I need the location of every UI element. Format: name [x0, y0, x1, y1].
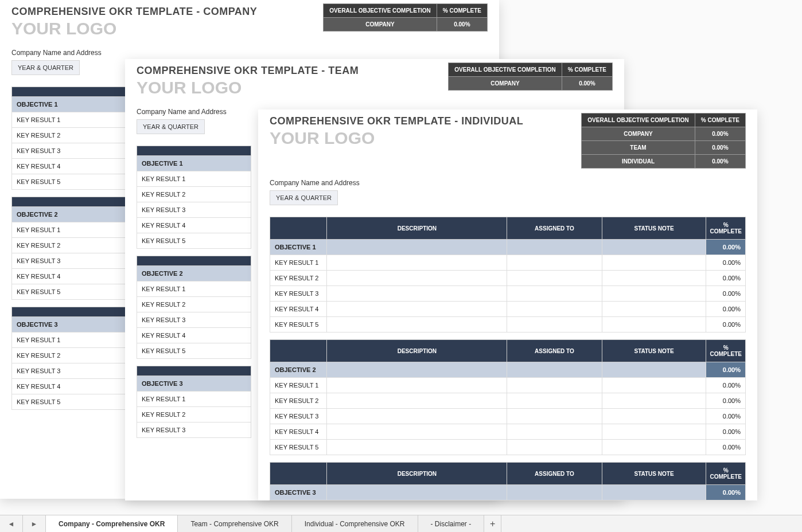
address-individual: Company Name and Address	[270, 179, 746, 187]
title-individual: COMPREHENSIVE OKR TEMPLATE - INDIVIDUAL	[270, 115, 523, 127]
okr-block-team-1: OBJECTIVE 1 KEY RESULT 1 KEY RESULT 2 KE…	[137, 146, 251, 249]
okr-block-ind-1: DESCRIPTIONASSIGNED TOSTATUS NOTE% COMPL…	[270, 217, 746, 332]
summary-individual: OVERALL OBJECTIVE COMPLETION% COMPLETE C…	[581, 113, 746, 169]
okr-block-company-1: OBJECTIVE 1 KEY RESULT 1 KEY RESULT 2 KE…	[11, 87, 126, 190]
summary-company: OVERALL OBJECTIVE COMPLETION% COMPLETE C…	[323, 3, 488, 32]
sheet-tabs: ◄ ► Company - Comprehensive OKR Team - C…	[0, 515, 802, 532]
tab-individual[interactable]: Individual - Comprehensive OKR	[292, 515, 418, 532]
tab-company[interactable]: Company - Comprehensive OKR	[46, 515, 178, 532]
okr-block-ind-2: DESCRIPTIONASSIGNED TOSTATUS NOTE% COMPL…	[270, 339, 746, 455]
okr-block-team-2: OBJECTIVE 2 KEY RESULT 1 KEY RESULT 2 KE…	[137, 256, 251, 359]
okr-block-company-2: OBJECTIVE 2 KEY RESULT 1 KEY RESULT 2 KE…	[11, 197, 126, 300]
title-company: COMPREHENSIVE OKR TEMPLATE - COMPANY	[11, 6, 257, 18]
summary-team: OVERALL OBJECTIVE COMPLETION% COMPLETE C…	[448, 62, 613, 91]
sheet-individual: COMPREHENSIVE OKR TEMPLATE - INDIVIDUAL …	[258, 109, 757, 500]
okr-block-ind-3: DESCRIPTIONASSIGNED TOSTATUS NOTE% COMPL…	[270, 462, 746, 500]
tab-nav-next[interactable]: ►	[23, 515, 46, 532]
title-team: COMPREHENSIVE OKR TEMPLATE - TEAM	[137, 65, 359, 77]
logo-individual: YOUR LOGO	[270, 128, 523, 148]
tab-nav-prev[interactable]: ◄	[0, 515, 23, 532]
tab-team[interactable]: Team - Comprehensive OKR	[178, 515, 291, 532]
tab-disclaimer[interactable]: - Disclaimer -	[418, 515, 485, 532]
add-sheet-button[interactable]: +	[484, 515, 501, 532]
year-quarter-company[interactable]: YEAR & QUARTER	[11, 60, 80, 75]
okr-block-team-3: OBJECTIVE 3 KEY RESULT 1 KEY RESULT 2 KE…	[137, 366, 251, 438]
okr-block-company-3: OBJECTIVE 3 KEY RESULT 1 KEY RESULT 2 KE…	[11, 307, 126, 410]
year-quarter-team[interactable]: YEAR & QUARTER	[137, 119, 205, 134]
address-company: Company Name and Address	[11, 49, 488, 57]
logo-company: YOUR LOGO	[11, 19, 257, 38]
logo-team: YOUR LOGO	[137, 78, 359, 97]
year-quarter-individual[interactable]: YEAR & QUARTER	[270, 190, 338, 205]
